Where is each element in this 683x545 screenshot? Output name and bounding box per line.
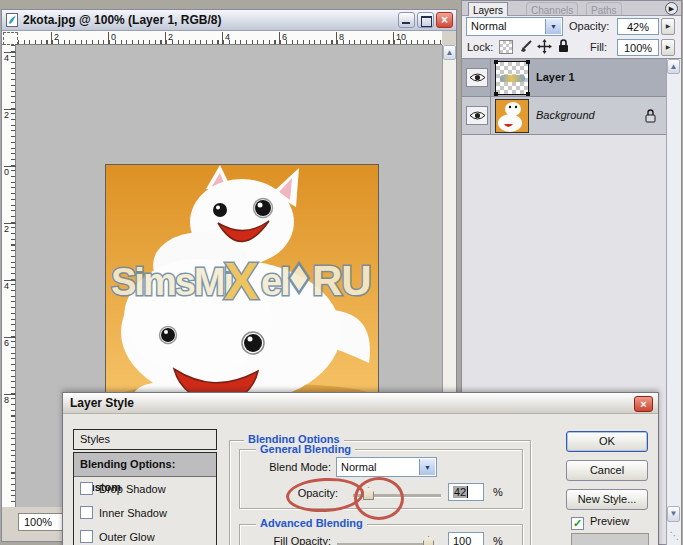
layer1-thumbnail[interactable] [495,61,529,95]
dialog-close-button[interactable]: × [634,396,653,412]
ruler-v-label: 6 [4,338,9,348]
minimize-button[interactable] [398,12,415,28]
ruler-h-label: 0 [111,32,116,42]
scroll-down-button[interactable]: ▼ [667,506,680,522]
fill-slider-button[interactable]: ▶ [661,39,675,56]
layer-row-background[interactable]: Background [462,97,666,135]
ruler-origin[interactable] [3,32,18,45]
blend-mode-value: Normal [471,20,506,32]
svg-text:RU: RU [312,257,371,304]
styles-list-header: Styles [73,429,217,450]
fill-opacity-field[interactable]: 100 [448,532,484,545]
chevron-down-icon[interactable]: ▼ [419,459,435,475]
ruler-v-label: 2 [4,110,9,120]
lock-transparency-icon[interactable] [499,40,513,54]
ruler-v-label: 0 [4,167,9,177]
document-title: 2kota.jpg @ 100% (Layer 1, RGB/8) [23,13,221,27]
dialog-titlebar[interactable]: Layer Style [63,393,658,414]
opacity-field[interactable]: 42% [617,18,659,35]
palette-scrollbar[interactable]: ▲ ▼ ⋱ [666,59,681,545]
eye-icon[interactable] [466,68,488,87]
advanced-blending-label: Advanced Blending [256,517,367,529]
document-titlebar[interactable]: 2kota.jpg @ 100% (Layer 1, RGB/8) × [2,10,456,31]
cancel-button[interactable]: Cancel [566,460,648,481]
checkbox-unchecked[interactable] [80,530,93,543]
style-item-drop-shadow[interactable]: Drop Shadow [74,477,216,501]
close-button[interactable]: × [436,12,453,28]
opacity-value-selected: 42 [453,486,468,498]
checkbox-unchecked[interactable] [80,506,93,519]
maximize-icon [421,16,432,27]
blend-mode-dropdown[interactable]: Normal ▼ [466,17,563,36]
lock-paint-brush-icon[interactable] [519,39,533,53]
preview-checkbox[interactable]: ✓Preview [571,515,629,530]
dialog-opacity-field[interactable]: 42 [448,483,484,501]
percent-label: % [493,535,503,545]
styles-list: Blending Options: Custom Drop Shadow Inn… [73,452,217,545]
palette-menu-button[interactable]: ▶ [665,2,678,15]
visibility-cell[interactable] [462,59,491,96]
percent-label: % [493,486,503,498]
lock-all-padlock-icon[interactable] [557,38,570,53]
zoom-level-field[interactable]: 100% [18,513,64,531]
watermark: SimsMi X el RU [111,252,371,310]
ruler-h-label: 2 [168,32,173,42]
scroll-up-icon: ▲ [446,48,454,57]
fill-value: 100% [624,42,652,54]
style-preview-swatch [571,533,649,545]
ruler-v-label: 2 [4,224,9,234]
zoom-level-value: 100% [24,516,52,528]
fill-label: Fill: [590,41,607,53]
opacity-slider-button[interactable]: ▶ [661,18,675,35]
ruler-v-label: 4 [4,53,9,63]
vertical-ruler[interactable]: 4 2 0 2 4 6 8 [2,45,16,507]
close-icon: × [441,13,448,27]
tab-paths[interactable]: Paths [586,2,622,15]
checkbox-checked-icon: ✓ [571,517,584,530]
arrow-right-icon: ▶ [666,44,671,50]
layer-row-layer1[interactable]: Layer 1 [462,59,666,97]
ruler-h-label: 2 [54,32,59,42]
photo-two-plush-cats[interactable]: SimsMi X el RU [105,164,379,403]
eye-icon[interactable] [466,106,488,125]
checkbox-unchecked[interactable] [80,482,93,495]
style-item-outer-glow[interactable]: Outer Glow [74,525,216,545]
layer-name[interactable]: Background [536,109,595,121]
scroll-down-icon: ▼ [670,509,678,518]
fill-field[interactable]: 100% [617,39,659,56]
thumbnail-watermark [500,75,525,82]
style-item-blending-options[interactable]: Blending Options: Custom [74,453,216,477]
scroll-up-button[interactable]: ▲ [443,45,456,60]
ruler-h-label: 10 [396,32,406,42]
layer-name[interactable]: Layer 1 [536,71,575,83]
tab-channels[interactable]: Channels [526,2,578,15]
dialog-blend-mode-dropdown[interactable]: Normal ▼ [336,457,437,477]
ruler-v-label: 8 [4,395,9,405]
palette-tabstrip: Layers Channels Paths ▶ [462,1,681,16]
svg-text:SimsMi: SimsMi [111,261,232,303]
lock-position-move-icon[interactable] [537,39,552,54]
photoshop-workspace: 2kota.jpg @ 100% (Layer 1, RGB/8) × 2 0 … [0,0,683,545]
ruler-h-label: 6 [282,32,287,42]
annotation-circle-slider-thumb [354,477,404,520]
fill-opacity-value: 100 [453,535,471,545]
ruler-v-label: 4 [4,281,9,291]
maximize-button[interactable] [417,12,434,28]
background-thumbnail[interactable] [495,99,529,133]
ok-button[interactable]: OK [566,431,648,452]
opacity-label: Opacity: [569,20,609,32]
resize-grip-icon[interactable]: ⋱ [668,527,681,544]
horizontal-ruler[interactable]: 2 0 2 4 6 8 10 [2,31,442,45]
new-style-button[interactable]: New Style... [566,489,648,510]
tab-layers[interactable]: Layers [468,2,508,16]
palette-menu-icon: ▶ [669,5,674,12]
window-controls: × [398,12,453,28]
visibility-cell[interactable] [462,97,491,134]
preview-label: Preview [590,515,629,527]
chevron-down-icon[interactable]: ▼ [545,19,561,34]
opacity-value: 42% [627,21,649,33]
style-item-inner-shadow[interactable]: Inner Shadow [74,501,216,525]
fill-opacity-label: Fill Opacity: [221,535,331,545]
scroll-up-button[interactable]: ▲ [667,59,680,74]
scroll-up-icon: ▲ [670,62,678,71]
